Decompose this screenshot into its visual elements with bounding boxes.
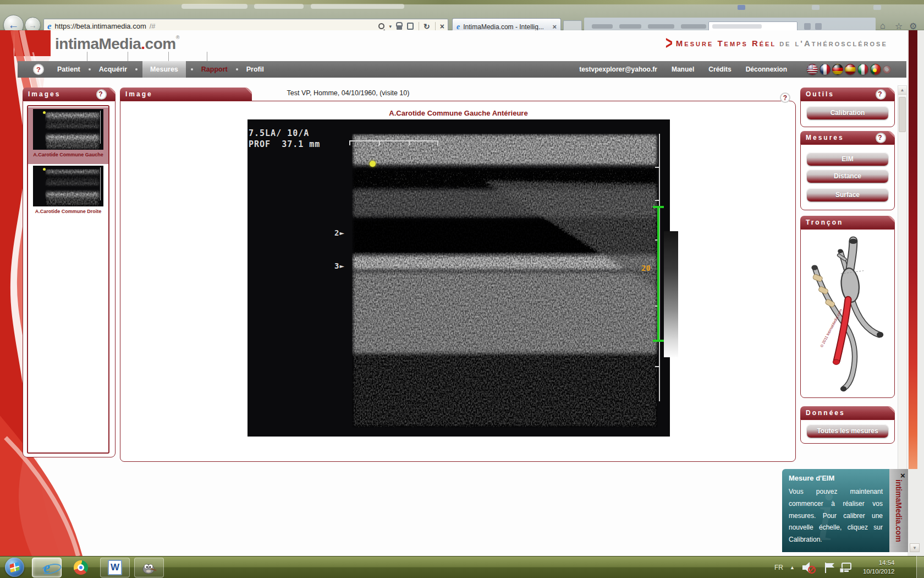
background-window-control [738,5,745,10]
flag-italy-icon[interactable] [857,64,868,75]
ultrasound-probe-label: 7.5LA/ 10/A [249,128,309,138]
browser-chrome: ← → e https://beta.intimamedia.com /# ▾ … [0,4,924,30]
ie-icon: e [43,560,50,575]
image-panel-title: Image [125,90,153,98]
background-search-blur [712,24,762,29]
ruler-tick [655,366,659,367]
tooltip-close-icon[interactable]: × [900,471,905,480]
home-icon[interactable]: ⌂ [880,21,886,31]
surface-button[interactable]: Surface [807,188,888,201]
mesures-panel-title: Mesures [806,134,844,141]
search-icon[interactable] [378,23,384,29]
background-window-title-blur [254,4,304,9]
scrollbar-up-icon[interactable]: ▲ [898,86,906,95]
nav-link-credits[interactable]: Crédits [708,66,731,73]
flag-germany-icon[interactable] [832,64,843,75]
flag-us-icon[interactable] [807,64,818,75]
clock-time: 14:54 [863,559,895,568]
language-indicator[interactable]: FR [774,564,783,571]
taskbar-gimp-button[interactable] [134,558,164,577]
outils-help-icon[interactable]: ? [876,89,886,100]
page-content: ▲ ▼ intimaMedia.com® > Mesure Temps Réel… [0,30,924,556]
search-dropdown-icon[interactable]: ▾ [389,24,392,29]
nav-help-icon[interactable]: ? [33,64,44,75]
flag-spain-icon[interactable] [845,64,856,75]
account-email[interactable]: testvpexplorer@yahoo.fr [579,66,657,73]
compatibility-view-icon[interactable] [407,23,414,30]
green-measure-cap-top[interactable] [653,206,664,208]
background-window-title-blur [182,4,248,9]
thumbnail-ruler [100,167,101,200]
start-button[interactable] [5,558,24,577]
thumbnail-item-carotide-droite[interactable]: A.Carotide Commune Droite [28,164,108,221]
thumbnail-caption: A.Carotide Commune Droite [28,209,108,214]
scrollbar-thumb[interactable] [899,97,906,132]
nav-item-patient[interactable]: Patient [54,61,84,78]
ultrasound-image[interactable]: 7.5LA/ 10/A PROF 37.1 mm 2► 3► 20 [248,119,670,437]
carotid-artery-diagram[interactable]: © 2011 IntimaMedia.com [807,233,889,395]
thumbnail-marker-dot [43,168,46,171]
tooltip-logo-strip: intimaMedia.com [889,469,908,552]
thumbnail-list: A.Carotide Commune Gauche [27,105,109,454]
background-menu-blur [619,24,641,29]
thumbnail-image[interactable] [33,109,103,150]
nav-item-mesures[interactable]: Mesures [142,61,186,78]
logo-dot: . [141,35,145,52]
stop-icon[interactable]: × [435,22,444,31]
eim-tooltip: i Mesure d'EIM Vous pouvez maintenant co… [782,469,889,552]
background-toolbar-icon [804,23,811,30]
nav-link-manuel[interactable]: Manuel [672,66,694,73]
ruler-tick [655,167,659,168]
flag-france-icon[interactable] [820,64,831,75]
tagline-gray-text: de l'Athérosclérose [779,39,888,48]
thumbnail-image[interactable] [33,166,103,206]
show-desktop-button[interactable] [916,556,924,578]
tab-close-icon[interactable]: × [552,23,557,31]
ultrasound-depth-label: PROF 37.1 mm [249,139,320,149]
taskbar-word-button[interactable]: W [100,558,130,577]
mesures-help-icon[interactable]: ? [876,133,886,143]
nav-item-acquerir[interactable]: Acquérir [96,61,130,78]
image-title: A.Carotide Commune Gauche Antérieure [120,109,796,117]
images-panel-body: A.Carotide Commune Gauche [23,101,116,457]
ruler-tick [437,141,438,145]
hidden-icons-icon[interactable]: ▲ [790,565,795,570]
nav-dot-separator [89,68,91,70]
refresh-icon[interactable]: ↻ [419,22,430,31]
eim-button[interactable]: EIM [807,152,888,166]
image-panel-help-icon[interactable]: ? [780,92,790,103]
taskbar-clock[interactable]: 14:54 10/10/2012 [863,559,895,576]
green-measure-cap-bottom[interactable] [653,340,664,342]
nav-item-rapport[interactable]: Rapport [198,61,231,78]
url-text[interactable]: https://beta.intimamedia.com [55,22,146,30]
nav-item-profil[interactable]: Profil [243,61,267,78]
logo-tld: com [145,35,176,52]
flag-ghost-icon[interactable] [883,66,891,74]
nav-separator [207,52,207,61]
troncon-panel-body: © 2011 IntimaMedia.com [800,229,895,398]
taskbar-chrome-button[interactable] [66,558,96,577]
background-toolbar-icon [815,23,822,30]
depth-scale-label: 20 [641,264,651,272]
vessel-ring [825,299,835,308]
background-window-control [812,5,820,10]
flag-portugal-icon[interactable] [870,64,881,75]
nav-right-links: testvpexplorer@yahoo.fr Manuel Crédits D… [579,64,891,75]
chrome-icon [74,560,88,575]
taskbar-ie-button[interactable]: e [32,558,62,577]
images-help-icon[interactable]: ? [96,89,107,100]
green-measure-bar[interactable] [657,207,659,341]
lock-icon [397,25,402,30]
background-menu-blur [681,24,706,29]
tray-icons[interactable] [801,560,856,575]
patient-info: Test VP, Homme, 04/10/1960, (visite 10) [165,89,531,97]
toutes-les-mesures-button[interactable]: Toutes les mesures [807,424,888,438]
outils-panel-header: Outils ? [800,88,895,101]
donnees-panel-title: Données [806,409,845,417]
nav-separator [168,52,169,61]
window-scroll-down-icon[interactable]: ▼ [910,543,920,552]
thumbnail-item-carotide-gauche[interactable]: A.Carotide Commune Gauche [28,107,108,164]
nav-link-deconnexion[interactable]: Déconnexion [746,66,787,73]
distance-button[interactable]: Distance [807,170,888,183]
calibration-button[interactable]: Calibration [807,106,888,119]
